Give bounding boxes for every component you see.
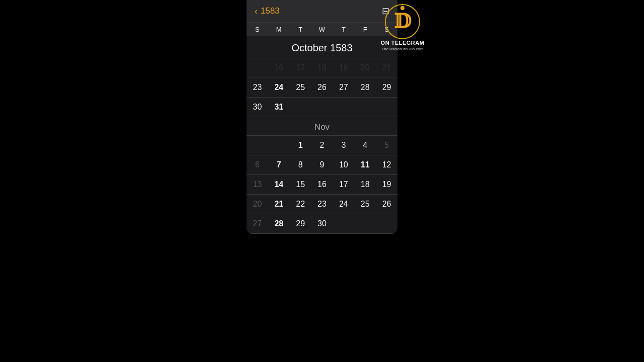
november-week-2: 6 7 8 9 10 11 12: [247, 155, 397, 175]
day-cell: [311, 98, 333, 117]
svg-point-2: [400, 6, 405, 10]
year-label: 1583: [261, 6, 280, 16]
day-cell[interactable]: 18: [354, 175, 376, 194]
back-arrow-icon[interactable]: ‹: [255, 7, 258, 16]
november-week-3: 13 14 15 16 17 18 19: [247, 175, 397, 195]
dow-wed: W: [311, 23, 333, 36]
svg-text:𝔻: 𝔻: [394, 10, 412, 33]
day-cell[interactable]: 15: [290, 175, 311, 194]
day-cell[interactable]: 27: [333, 78, 354, 97]
day-cell[interactable]: 31: [268, 98, 290, 117]
november-week-1: 1 2 3 4 5: [247, 136, 397, 155]
day-cell[interactable]: 1: [290, 136, 311, 155]
november-week-4: 20 21 22 23 24 25 26: [247, 195, 397, 214]
day-cell[interactable]: 30: [311, 214, 333, 233]
day-cell[interactable]: 30: [247, 98, 268, 117]
dow-tue: T: [290, 23, 311, 36]
day-cell[interactable]: 19: [376, 175, 397, 194]
day-cell[interactable]: 8: [290, 155, 311, 174]
day-cell: [354, 214, 376, 233]
day-cell[interactable]: 26: [376, 195, 397, 214]
day-cell[interactable]: 23: [311, 195, 333, 214]
day-cell: [376, 214, 397, 233]
day-cell[interactable]: 17: [290, 58, 311, 77]
day-cell[interactable]: 21: [268, 195, 290, 214]
october-week-1: 23 24 25 26 27 28 29: [247, 78, 397, 98]
day-cell: [247, 136, 268, 155]
day-cell[interactable]: 13: [247, 175, 268, 194]
day-cell: [354, 98, 376, 117]
day-cell[interactable]: 14: [268, 175, 290, 194]
day-cell[interactable]: 24: [268, 78, 290, 97]
day-cell[interactable]: 5: [376, 136, 397, 155]
day-cell[interactable]: 10: [333, 155, 354, 174]
day-cell[interactable]: 4: [354, 136, 376, 155]
header-left: ‹ 1583: [255, 6, 280, 16]
day-cell: [290, 98, 311, 117]
day-cell[interactable]: 27: [247, 214, 268, 233]
day-cell[interactable]: 17: [333, 175, 354, 194]
dow-mon: M: [268, 23, 290, 36]
november-week-5: 27 28 29 30: [247, 214, 397, 234]
day-cell[interactable]: 28: [268, 214, 290, 233]
telegram-url: TheDisclosureHub.com: [381, 47, 423, 51]
day-cell: [376, 98, 397, 117]
october-week-2: 30 31: [247, 98, 397, 117]
day-cell: [333, 214, 354, 233]
dow-thu: T: [333, 23, 354, 36]
outer-wrapper: 𝔻 ON TELEGRAM TheDisclosureHub.com ‹ 158…: [0, 0, 644, 362]
day-cell[interactable]: 20: [354, 58, 376, 77]
day-cell[interactable]: 29: [376, 78, 397, 97]
day-cell[interactable]: 9: [311, 155, 333, 174]
telegram-logo-icon: 𝔻: [385, 4, 420, 39]
day-cell[interactable]: 25: [290, 78, 311, 97]
day-cell[interactable]: 11: [354, 155, 376, 174]
day-cell[interactable]: 7: [268, 155, 290, 174]
day-cell[interactable]: 24: [333, 195, 354, 214]
day-cell[interactable]: 18: [311, 58, 333, 77]
day-cell[interactable]: 2: [311, 136, 333, 155]
telegram-badge: 𝔻 ON TELEGRAM TheDisclosureHub.com: [372, 0, 433, 55]
day-cell[interactable]: 20: [247, 195, 268, 214]
day-cell[interactable]: 28: [354, 78, 376, 97]
calendar-scroll[interactable]: October 1583 16 17 18 19 20 21 23 24 25 …: [247, 36, 397, 234]
day-cell[interactable]: 6: [247, 155, 268, 174]
day-cell[interactable]: 23: [247, 78, 268, 97]
day-cell[interactable]: 12: [376, 155, 397, 174]
day-cell[interactable]: 19: [333, 58, 354, 77]
dow-sun: S: [247, 23, 268, 36]
day-cell[interactable]: 21: [376, 58, 397, 77]
day-cell[interactable]: 26: [311, 78, 333, 97]
november-title: Nov: [247, 117, 397, 136]
day-cell: [268, 136, 290, 155]
day-cell[interactable]: 25: [354, 195, 376, 214]
day-cell: [333, 98, 354, 117]
day-cell[interactable]: 3: [333, 136, 354, 155]
day-cell[interactable]: 22: [290, 195, 311, 214]
day-cell[interactable]: 16: [311, 175, 333, 194]
telegram-on-label: ON TELEGRAM: [381, 39, 425, 46]
day-cell[interactable]: 16: [268, 58, 290, 77]
day-cell[interactable]: [247, 58, 268, 77]
october-partial-row: 16 17 18 19 20 21: [247, 58, 397, 78]
day-cell[interactable]: 29: [290, 214, 311, 233]
